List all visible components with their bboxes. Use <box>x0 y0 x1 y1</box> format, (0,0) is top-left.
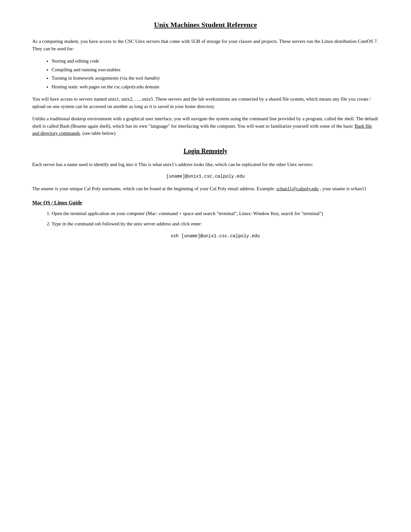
macos-code: ssh [uname]@unix1.csc.calpoly.edu <box>52 233 379 240</box>
paragraph-2: You will have access to servers named un… <box>32 95 379 110</box>
login-paragraph-2: The uname is your unique Cal Poly userna… <box>32 185 379 192</box>
login-p2-suffix: , your uname is schan11 <box>318 186 367 191</box>
list-item: Type in the command ssh followed by the … <box>52 220 379 240</box>
list-item: Compiling and running executables <box>52 66 379 74</box>
list-item: Turning in homework assignments (via the… <box>52 74 379 82</box>
handin-italic: handin <box>144 75 158 81</box>
intro-paragraph: As a computing student, you have access … <box>32 38 379 52</box>
bullet-item-3-prefix: Turning in homework assignments (via the… <box>52 75 144 81</box>
list-item: Hosting static web pages on the csc.calp… <box>52 83 379 91</box>
list-item: Storing and editing code <box>52 57 379 65</box>
step-2-text: Type in the command ssh followed by the … <box>52 221 202 226</box>
login-code-1: [uname]@unix1.csc.calpoly.edu <box>32 173 379 180</box>
login-p2-prefix: The <box>32 186 41 191</box>
paragraph-3: Unlike a traditional desktop environment… <box>32 115 379 137</box>
bullet-item-3-suffix: ) <box>158 75 160 81</box>
login-section-title: Login Remotely <box>32 146 379 156</box>
uname-italic: uname <box>41 186 54 191</box>
page-title: Unix Machines Student Reference <box>32 19 379 30</box>
bullet-list: Storing and editing code Compiling and r… <box>52 57 379 90</box>
email-link[interactable]: schan11@calpoly.edu <box>276 186 318 191</box>
macos-section-title: Mac OS / Linux Guide <box>32 199 379 207</box>
macos-steps-list: Open the terminal application on your co… <box>52 210 379 240</box>
paragraph-3-prefix: Unlike a traditional desktop environment… <box>32 116 378 129</box>
list-item: Open the terminal application on your co… <box>52 210 379 217</box>
login-paragraph-1: Each server has a name used to identify … <box>32 161 379 168</box>
paragraph-3-suffix: . (see table below) <box>80 131 115 136</box>
login-p2-middle: is your unique Cal Poly username, which … <box>54 186 276 191</box>
